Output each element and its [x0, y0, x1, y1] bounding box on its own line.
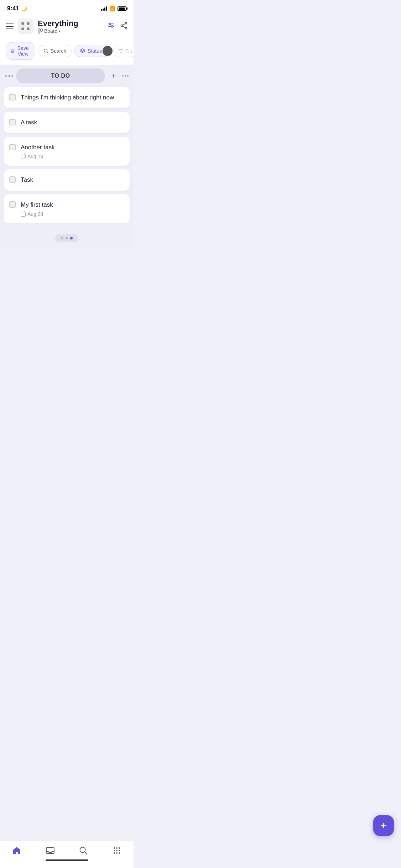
task-content: Task	[21, 176, 124, 184]
menu-button[interactable]	[6, 24, 14, 29]
calendar-icon	[21, 212, 26, 217]
task-checkbox[interactable]	[9, 94, 16, 100]
page-dot-3[interactable]	[70, 237, 73, 239]
task-checkbox[interactable]	[9, 119, 16, 125]
svg-rect-13	[12, 51, 14, 52]
filter-button[interactable]: Filt	[113, 45, 134, 57]
tuning-icon[interactable]	[107, 22, 115, 31]
pagination-track	[55, 234, 78, 242]
task-card[interactable]: Things I'm thinking about right now	[4, 87, 130, 108]
column-more-button[interactable]	[122, 75, 129, 77]
moon-icon: 🌙	[21, 6, 27, 11]
board-content: TO DO + Things I'm thinking about right …	[0, 65, 134, 249]
page-title: Everything	[38, 19, 78, 28]
page-dot-1[interactable]	[61, 237, 63, 239]
task-content: Another task Aug 14	[21, 143, 124, 160]
chevron-down-icon: ▾	[59, 29, 61, 33]
share-icon[interactable]	[120, 22, 128, 31]
calendar-icon	[21, 154, 26, 159]
task-title: Task	[21, 176, 124, 184]
svg-line-10	[123, 26, 125, 28]
task-checkbox[interactable]	[9, 176, 16, 183]
view-mode[interactable]: Board ▾	[38, 28, 78, 34]
save-view-button[interactable]: Save View	[6, 42, 35, 60]
task-card[interactable]: Task	[4, 169, 130, 191]
task-card[interactable]: My first task Aug 28	[4, 194, 130, 223]
header-right	[107, 22, 128, 31]
wifi-icon: 📶	[109, 6, 115, 11]
status-icons: 📶	[101, 6, 126, 11]
pagination	[4, 227, 130, 246]
task-due-date: Aug 28	[21, 211, 124, 217]
task-content: My first task Aug 28	[21, 201, 124, 217]
task-card[interactable]: A task	[4, 112, 130, 133]
status-filter-button[interactable]: Status	[74, 45, 110, 57]
header: Everything Board ▾	[0, 15, 134, 39]
user-avatar	[103, 46, 113, 56]
column-header: TO DO	[16, 68, 105, 83]
column-nav: TO DO +	[4, 68, 130, 83]
status-time: 9:41 🌙	[7, 5, 27, 12]
task-content: Things I'm thinking about right now	[21, 93, 124, 102]
layers-icon	[80, 48, 85, 54]
svg-rect-1	[41, 29, 42, 31]
search-icon	[43, 48, 48, 53]
search-button[interactable]: Search	[38, 45, 72, 57]
svg-rect-12	[12, 50, 13, 51]
signal-icon	[101, 6, 107, 11]
task-content: A task	[21, 118, 124, 127]
svg-point-3	[109, 23, 111, 25]
svg-line-15	[47, 52, 48, 53]
task-title: Another task	[21, 143, 124, 152]
page-dot-2[interactable]	[66, 237, 68, 239]
battery-icon	[118, 6, 126, 11]
status-bar: 9:41 🌙 📶	[0, 0, 134, 15]
header-title-group: Everything Board ▾	[38, 19, 78, 34]
task-card[interactable]: Another task Aug 14	[4, 137, 130, 166]
svg-rect-0	[38, 29, 40, 33]
header-left: Everything Board ▾	[6, 19, 78, 34]
task-title: Things I'm thinking about right now	[21, 93, 124, 102]
task-due-date: Aug 14	[21, 154, 124, 159]
filter-lines-icon	[118, 48, 123, 53]
app-icon	[18, 19, 33, 34]
board-view-icon	[38, 29, 43, 33]
task-checkbox[interactable]	[9, 144, 16, 150]
task-title: My first task	[21, 201, 124, 209]
svg-line-9	[123, 24, 125, 25]
task-title: A task	[21, 118, 124, 127]
toolbar: Save View Search Status Filt	[0, 39, 134, 65]
save-icon	[11, 48, 14, 54]
svg-point-5	[111, 25, 113, 27]
task-checkbox[interactable]	[9, 201, 16, 208]
column-dots-left	[5, 75, 13, 77]
add-card-button[interactable]: +	[108, 70, 119, 82]
